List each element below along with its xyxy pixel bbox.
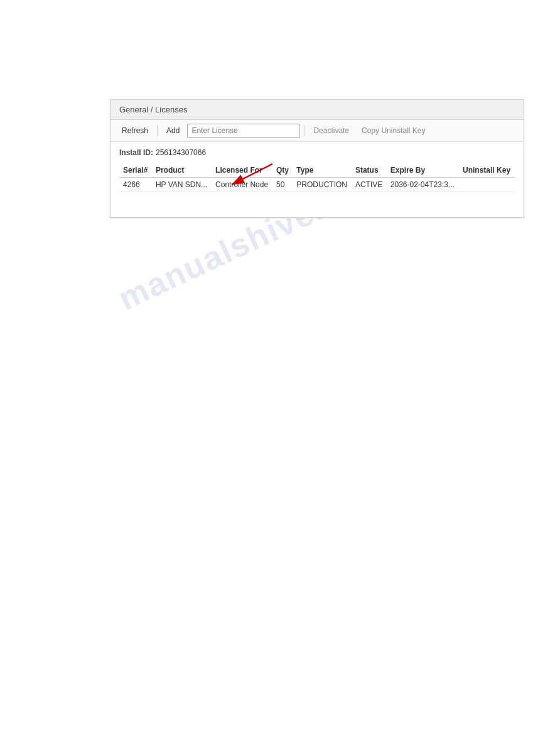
copy-uninstall-button[interactable]: Copy Uninstall Key (357, 124, 430, 137)
col-product: Product (152, 163, 212, 178)
svg-line-1 (232, 164, 272, 185)
licenses-table: Serial# Product Licensed For Qty Type St… (119, 163, 515, 192)
col-status: Status (352, 163, 387, 178)
install-id-value: 256134307066 (156, 148, 206, 157)
cell-1: HP VAN SDN... (152, 178, 212, 192)
licenses-panel: General / Licenses Refresh Add Deactivat… (110, 99, 524, 218)
panel-body: Install ID: 256134307066 Serial# Product… (110, 142, 524, 217)
table-body: 4266HP VAN SDN...Controller Node50PRODUC… (119, 178, 515, 192)
cell-5: ACTIVE (352, 178, 387, 192)
add-button[interactable]: Add (161, 124, 185, 137)
cell-6: 2036-02-04T23:3... (387, 178, 459, 192)
table-header: Serial# Product Licensed For Qty Type St… (119, 163, 515, 178)
cell-7 (459, 178, 515, 192)
panel-title: General / Licenses (119, 105, 187, 114)
panel-toolbar: Refresh Add Deactivate Copy Uninstall Ke… (110, 120, 524, 142)
red-arrow-annotation (222, 161, 285, 194)
cell-0: 4266 (119, 178, 152, 192)
cell-4: PRODUCTION (293, 178, 352, 192)
col-expire-by: Expire By (387, 163, 459, 178)
col-serial: Serial# (119, 163, 152, 178)
toolbar-divider-1 (157, 125, 158, 136)
col-type: Type (293, 163, 352, 178)
toolbar-divider-2 (304, 125, 304, 136)
license-input[interactable] (187, 124, 300, 138)
col-uninstall-key: Uninstall Key (459, 163, 515, 178)
licenses-table-container: Serial# Product Licensed For Qty Type St… (119, 163, 515, 192)
page-container: manualshive.com General / Licenses Refre… (0, 0, 560, 746)
install-id-row: Install ID: 256134307066 (119, 148, 515, 157)
panel-header: General / Licenses (110, 100, 524, 120)
install-id-label: Install ID: (119, 148, 153, 157)
deactivate-button[interactable]: Deactivate (308, 124, 354, 137)
refresh-button[interactable]: Refresh (117, 124, 153, 137)
table-row[interactable]: 4266HP VAN SDN...Controller Node50PRODUC… (119, 178, 515, 192)
